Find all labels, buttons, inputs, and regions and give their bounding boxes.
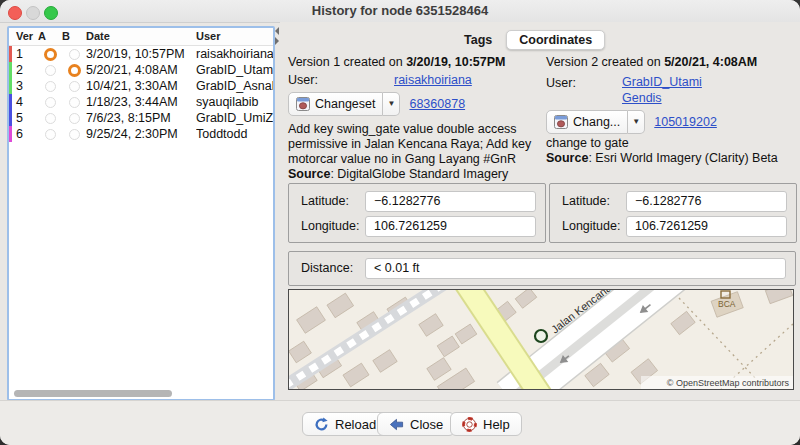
back-arrow-icon [389,417,404,432]
version1-coordinates-box: Latitude: −6.1282776 Longitude: 106.7261… [288,183,546,243]
version-user: raisakhoiriana [196,46,273,62]
window-title: History for node 6351528464 [0,3,800,18]
reload-button[interactable]: Reload [302,412,388,436]
table-row[interactable]: 4 1/18/23, 3:44AM syauqilabib [9,94,273,110]
reference-version-radio[interactable] [44,48,57,61]
version-date: 5/20/21, 4:08AM [86,62,196,78]
reference-version-radio[interactable] [45,129,56,140]
tab-tags[interactable]: Tags [452,31,504,49]
changeset-button[interactable]: Chang... [546,110,628,134]
latitude-label: Latitude: [562,194,610,208]
version-date: 10/4/21, 3:30AM [86,78,196,94]
tab-bar: Tags Coordinates [452,30,605,50]
user-link-line2[interactable]: Gendis [622,91,662,105]
version-user: Toddtodd [196,126,273,142]
longitude-label: Longitude: [301,219,359,233]
changeset-comment: change to gate [546,136,796,151]
changeset-comment: Add key swing_gate value double access p… [288,122,540,167]
column-header-b: B [62,28,86,45]
version-number: 1 [12,46,38,62]
compare-version-radio[interactable] [69,49,80,60]
user-label: User: [288,72,394,88]
history-table-body: 1 3/20/19, 10:57PM raisakhoiriana 2 5/20… [9,46,273,142]
dialog-footer: Reload Close Help [0,400,800,445]
compare-version-radio[interactable] [69,97,80,108]
version-user: GrabID_Asnalita [196,78,273,94]
reload-icon [314,417,329,432]
version-number: 4 [12,94,38,110]
table-row[interactable]: 2 5/20/21, 4:08AM GrabID_Utami G [9,62,273,78]
version2-coordinates-box: Latitude: −6.1282776 Longitude: 106.7261… [549,183,797,243]
version1-header: Version 1 created on 3/20/19, 10:57PM [288,54,540,70]
reference-version-radio[interactable] [45,65,56,76]
longitude-field[interactable]: 106.7261259 [626,216,787,237]
latitude-label: Latitude: [301,194,349,208]
map-attribution: © OpenStreetMap contributors [667,378,790,388]
tab-coordinates[interactable]: Coordinates [506,30,605,50]
version-number: 6 [12,126,38,142]
map-canvas: Jalan Kencana BCA © OpenStreetMap contri… [289,290,793,389]
compare-version-radio[interactable] [69,129,80,140]
version-date: 9/25/24, 2:30PM [86,126,196,142]
changeset-source: Source: Esri World Imagery (Clarity) Bet… [546,151,796,166]
compare-version-radio[interactable] [69,113,80,124]
version1-column: Version 1 created on 3/20/19, 10:57PM Us… [288,54,540,182]
distance-label: Distance: [301,261,353,275]
version-number: 2 [12,62,38,78]
user-link[interactable]: raisakhoiriana [394,72,472,88]
column-header-user: User [196,28,273,45]
table-row[interactable]: 3 10/4/21, 3:30AM GrabID_Asnalita [9,78,273,94]
version-history-table[interactable]: Ver A B Date User 1 3/20/19, 10:57PM rai… [7,26,275,401]
compare-version-radio[interactable] [68,64,81,77]
changeset-button[interactable]: Changeset [288,92,383,116]
table-row[interactable]: 5 7/6/23, 8:15PM GrabID_UmiZum [9,110,273,126]
changeset-dropdown-arrow[interactable]: ▼ [383,92,400,116]
table-row[interactable]: 6 9/25/24, 2:30PM Toddtodd [9,126,273,142]
title-bar[interactable]: History for node 6351528464 [0,0,800,23]
column-header-a: A [38,28,62,45]
collapse-right-icon[interactable] [275,37,279,45]
version2-header: Version 2 created on 5/20/21, 4:08AM [546,54,796,70]
map-viewport[interactable]: Jalan Kencana BCA © OpenStreetMap contri… [288,289,794,390]
changeset-source: Source: DigitalGlobe Standard Imagery [288,167,540,182]
changeset-icon [554,115,568,129]
close-button[interactable]: Close [377,412,455,436]
lifebuoy-help-icon [462,417,477,432]
column-header-date: Date [86,28,196,45]
table-header-row: Ver A B Date User [9,28,273,46]
changeset-link[interactable]: 105019202 [654,114,717,130]
changeset-link[interactable]: 68360878 [409,96,465,112]
reference-version-radio[interactable] [45,81,56,92]
table-row[interactable]: 1 3/20/19, 10:57PM raisakhoiriana [9,46,273,62]
version-details-panel: Tags Coordinates Version 1 created on 3/… [280,22,800,400]
longitude-label: Longitude: [562,219,620,233]
version-user: GrabID_UmiZum [196,110,273,126]
user-link[interactable]: GrabID_Utami [622,75,702,89]
distance-box: Distance: < 0.01 ft [288,251,796,286]
version-user: GrabID_Utami G [196,62,273,78]
version-number: 5 [12,110,38,126]
reference-version-radio[interactable] [45,113,56,124]
help-button[interactable]: Help [450,412,522,436]
changeset-dropdown-arrow[interactable]: ▼ [628,110,645,134]
version-user: syauqilabib [196,94,273,110]
version-date: 3/20/19, 10:57PM [86,46,196,62]
version-date: 7/6/23, 8:15PM [86,110,196,126]
changeset-icon [296,97,310,111]
version-date: 1/18/23, 3:44AM [86,94,196,110]
compare-version-radio[interactable] [69,81,80,92]
longitude-field[interactable]: 106.7261259 [365,216,536,237]
horizontal-scrollbar-thumb[interactable] [14,390,172,397]
history-dialog-window: History for node 6351528464 Ver A B Date… [0,0,800,445]
reference-version-radio[interactable] [45,97,56,108]
column-header-ver: Ver [12,28,38,45]
latitude-field[interactable]: −6.1282776 [365,191,536,212]
bank-poi-label: BCA [718,299,736,309]
node-marker [535,330,547,342]
version2-column: Version 2 created on 5/20/21, 4:08AM Use… [546,54,796,166]
user-label: User: [546,74,622,106]
distance-field[interactable]: < 0.01 ft [365,258,786,279]
collapse-left-icon[interactable] [275,27,279,35]
version-number: 3 [12,78,38,94]
latitude-field[interactable]: −6.1282776 [626,191,787,212]
